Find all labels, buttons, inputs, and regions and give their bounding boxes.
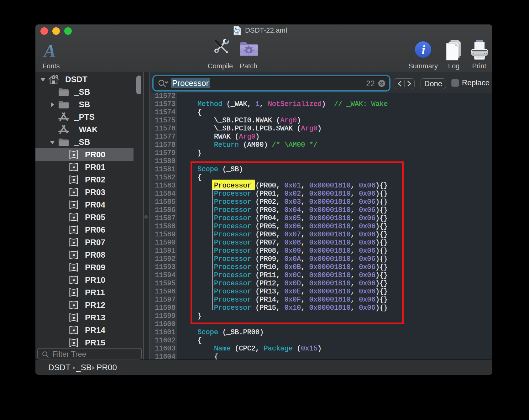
svg-text:A: A xyxy=(43,42,55,59)
svg-text:i: i xyxy=(422,43,425,57)
svg-text:AML: AML xyxy=(235,33,239,35)
